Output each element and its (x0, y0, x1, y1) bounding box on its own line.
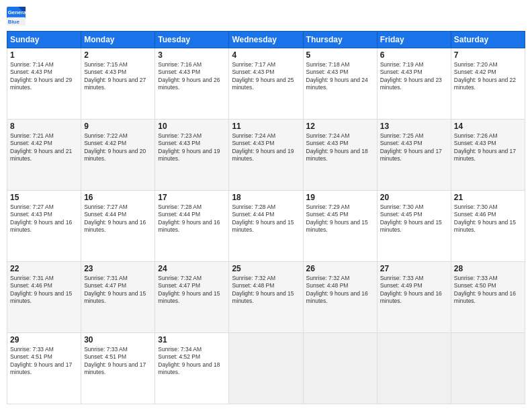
day-info: Sunrise: 7:29 AM Sunset: 4:45 PM Dayligh… (306, 203, 374, 234)
day-number: 26 (306, 264, 374, 273)
calendar-cell: 11 Sunrise: 7:24 AM Sunset: 4:43 PM Dayl… (229, 120, 303, 191)
day-info: Sunrise: 7:23 AM Sunset: 4:43 PM Dayligh… (158, 132, 226, 163)
day-info: Sunrise: 7:34 AM Sunset: 4:52 PM Dayligh… (158, 346, 226, 377)
day-info: Sunrise: 7:22 AM Sunset: 4:42 PM Dayligh… (84, 132, 152, 163)
day-info: Sunrise: 7:28 AM Sunset: 4:44 PM Dayligh… (158, 203, 226, 234)
calendar-cell: 29 Sunrise: 7:33 AM Sunset: 4:51 PM Dayl… (7, 333, 81, 404)
day-info: Sunrise: 7:32 AM Sunset: 4:47 PM Dayligh… (158, 275, 226, 306)
calendar-table: SundayMondayTuesdayWednesdayThursdayFrid… (7, 31, 525, 404)
calendar-week-4: 22 Sunrise: 7:31 AM Sunset: 4:46 PM Dayl… (7, 262, 525, 333)
day-number: 5 (306, 50, 374, 60)
day-header-monday: Monday (81, 32, 155, 48)
calendar-cell: 20 Sunrise: 7:30 AM Sunset: 4:45 PM Dayl… (377, 191, 451, 262)
day-header-wednesday: Wednesday (229, 32, 303, 48)
day-number: 1 (10, 50, 78, 60)
calendar-cell: 4 Sunrise: 7:17 AM Sunset: 4:43 PM Dayli… (229, 48, 303, 120)
calendar-cell: 18 Sunrise: 7:28 AM Sunset: 4:44 PM Dayl… (229, 191, 303, 262)
calendar-cell: 2 Sunrise: 7:15 AM Sunset: 4:43 PM Dayli… (81, 48, 155, 120)
day-info: Sunrise: 7:28 AM Sunset: 4:44 PM Dayligh… (232, 203, 300, 234)
day-header-saturday: Saturday (451, 32, 525, 48)
calendar-cell: 12 Sunrise: 7:24 AM Sunset: 4:43 PM Dayl… (303, 120, 377, 191)
calendar-body: 1 Sunrise: 7:14 AM Sunset: 4:43 PM Dayli… (7, 48, 525, 404)
day-info: Sunrise: 7:20 AM Sunset: 4:42 PM Dayligh… (454, 61, 522, 92)
calendar-cell: 7 Sunrise: 7:20 AM Sunset: 4:42 PM Dayli… (451, 48, 525, 120)
day-info: Sunrise: 7:31 AM Sunset: 4:47 PM Dayligh… (84, 275, 152, 306)
page: General Blue SundayMondayTuesdayWednesda… (0, 0, 532, 411)
day-info: Sunrise: 7:16 AM Sunset: 4:43 PM Dayligh… (158, 61, 226, 92)
svg-text:Blue: Blue (8, 19, 20, 25)
day-info: Sunrise: 7:24 AM Sunset: 4:43 PM Dayligh… (306, 132, 374, 163)
day-number: 21 (454, 193, 522, 202)
day-info: Sunrise: 7:27 AM Sunset: 4:44 PM Dayligh… (84, 203, 152, 234)
calendar-cell: 14 Sunrise: 7:26 AM Sunset: 4:43 PM Dayl… (451, 120, 525, 191)
day-info: Sunrise: 7:17 AM Sunset: 4:43 PM Dayligh… (232, 61, 300, 92)
calendar-cell: 8 Sunrise: 7:21 AM Sunset: 4:42 PM Dayli… (7, 120, 81, 191)
day-number: 27 (380, 264, 448, 273)
calendar-cell: 25 Sunrise: 7:32 AM Sunset: 4:48 PM Dayl… (229, 262, 303, 333)
day-number: 8 (10, 122, 78, 131)
day-number: 20 (380, 193, 448, 202)
day-number: 3 (158, 50, 226, 60)
day-info: Sunrise: 7:33 AM Sunset: 4:51 PM Dayligh… (10, 346, 78, 377)
day-number: 25 (232, 264, 300, 273)
calendar-week-2: 8 Sunrise: 7:21 AM Sunset: 4:42 PM Dayli… (7, 120, 525, 191)
day-info: Sunrise: 7:25 AM Sunset: 4:43 PM Dayligh… (380, 132, 448, 163)
day-info: Sunrise: 7:32 AM Sunset: 4:48 PM Dayligh… (306, 275, 374, 306)
day-info: Sunrise: 7:27 AM Sunset: 4:43 PM Dayligh… (10, 203, 78, 234)
day-header-sunday: Sunday (7, 32, 81, 48)
logo: General Blue (7, 7, 26, 26)
calendar-header-row: SundayMondayTuesdayWednesdayThursdayFrid… (7, 32, 525, 48)
day-number: 23 (84, 264, 152, 273)
day-number: 30 (84, 335, 152, 345)
day-number: 6 (380, 50, 448, 60)
day-number: 18 (232, 193, 300, 202)
calendar-cell: 26 Sunrise: 7:32 AM Sunset: 4:48 PM Dayl… (303, 262, 377, 333)
header: General Blue (7, 7, 525, 26)
calendar-cell: 21 Sunrise: 7:30 AM Sunset: 4:46 PM Dayl… (451, 191, 525, 262)
calendar-cell: 15 Sunrise: 7:27 AM Sunset: 4:43 PM Dayl… (7, 191, 81, 262)
day-number: 2 (84, 50, 152, 60)
day-number: 22 (10, 264, 78, 273)
calendar-week-3: 15 Sunrise: 7:27 AM Sunset: 4:43 PM Dayl… (7, 191, 525, 262)
day-info: Sunrise: 7:21 AM Sunset: 4:42 PM Dayligh… (10, 132, 78, 163)
calendar-cell (229, 333, 303, 404)
calendar-cell: 23 Sunrise: 7:31 AM Sunset: 4:47 PM Dayl… (81, 262, 155, 333)
calendar-week-5: 29 Sunrise: 7:33 AM Sunset: 4:51 PM Dayl… (7, 333, 525, 404)
calendar-cell: 22 Sunrise: 7:31 AM Sunset: 4:46 PM Dayl… (7, 262, 81, 333)
day-info: Sunrise: 7:18 AM Sunset: 4:43 PM Dayligh… (306, 61, 374, 92)
day-number: 17 (158, 193, 226, 202)
calendar-cell (377, 333, 451, 404)
calendar-cell (451, 333, 525, 404)
day-info: Sunrise: 7:19 AM Sunset: 4:43 PM Dayligh… (380, 61, 448, 92)
day-info: Sunrise: 7:14 AM Sunset: 4:43 PM Dayligh… (10, 61, 78, 92)
day-info: Sunrise: 7:30 AM Sunset: 4:46 PM Dayligh… (454, 203, 522, 234)
calendar-cell: 30 Sunrise: 7:33 AM Sunset: 4:51 PM Dayl… (81, 333, 155, 404)
calendar-cell (303, 333, 377, 404)
day-info: Sunrise: 7:33 AM Sunset: 4:51 PM Dayligh… (84, 346, 152, 377)
day-info: Sunrise: 7:33 AM Sunset: 4:50 PM Dayligh… (454, 275, 522, 306)
day-number: 28 (454, 264, 522, 273)
day-number: 4 (232, 50, 300, 60)
day-number: 11 (232, 122, 300, 131)
calendar-cell: 19 Sunrise: 7:29 AM Sunset: 4:45 PM Dayl… (303, 191, 377, 262)
day-info: Sunrise: 7:26 AM Sunset: 4:43 PM Dayligh… (454, 132, 522, 163)
calendar-cell: 31 Sunrise: 7:34 AM Sunset: 4:52 PM Dayl… (155, 333, 229, 404)
calendar-cell: 3 Sunrise: 7:16 AM Sunset: 4:43 PM Dayli… (155, 48, 229, 120)
calendar-week-1: 1 Sunrise: 7:14 AM Sunset: 4:43 PM Dayli… (7, 48, 525, 120)
day-number: 13 (380, 122, 448, 131)
day-number: 7 (454, 50, 522, 60)
calendar-cell: 28 Sunrise: 7:33 AM Sunset: 4:50 PM Dayl… (451, 262, 525, 333)
day-info: Sunrise: 7:31 AM Sunset: 4:46 PM Dayligh… (10, 275, 78, 306)
calendar-cell: 5 Sunrise: 7:18 AM Sunset: 4:43 PM Dayli… (303, 48, 377, 120)
day-number: 19 (306, 193, 374, 202)
calendar-cell: 27 Sunrise: 7:33 AM Sunset: 4:49 PM Dayl… (377, 262, 451, 333)
day-number: 10 (158, 122, 226, 131)
day-header-thursday: Thursday (303, 32, 377, 48)
day-number: 12 (306, 122, 374, 131)
calendar-cell: 9 Sunrise: 7:22 AM Sunset: 4:42 PM Dayli… (81, 120, 155, 191)
calendar-cell: 17 Sunrise: 7:28 AM Sunset: 4:44 PM Dayl… (155, 191, 229, 262)
day-header-friday: Friday (377, 32, 451, 48)
day-header-tuesday: Tuesday (155, 32, 229, 48)
calendar-cell: 13 Sunrise: 7:25 AM Sunset: 4:43 PM Dayl… (377, 120, 451, 191)
day-number: 24 (158, 264, 226, 273)
